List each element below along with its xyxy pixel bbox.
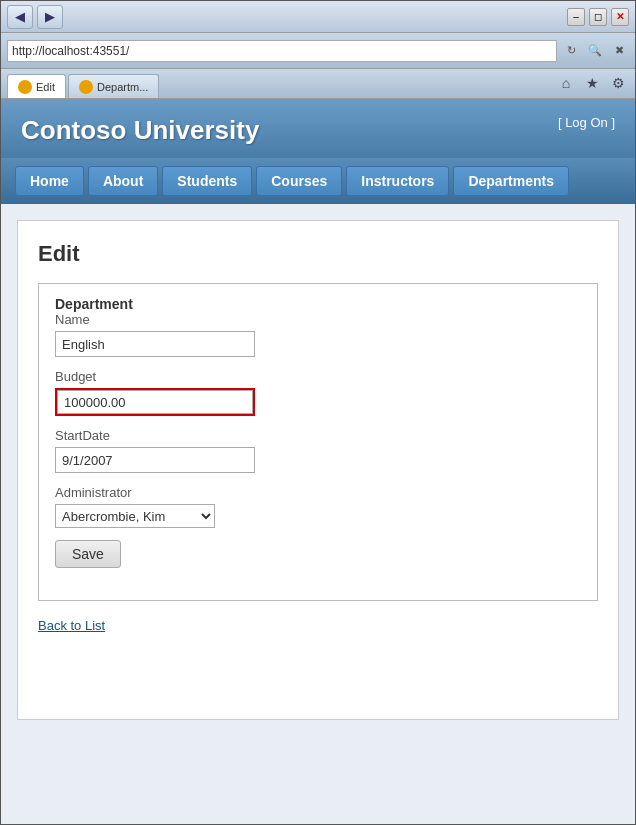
startdate-field-group: StartDate bbox=[55, 428, 581, 473]
budget-field-group: Budget bbox=[55, 369, 581, 416]
settings-icon[interactable]: ⚙ bbox=[607, 72, 629, 94]
restore-button[interactable]: ◻ bbox=[589, 8, 607, 26]
refresh-icon[interactable]: ↻ bbox=[561, 41, 581, 61]
fieldset-legend: Department bbox=[51, 296, 581, 312]
tab-icon-edit bbox=[18, 80, 32, 94]
nav-courses[interactable]: Courses bbox=[256, 166, 342, 196]
name-input[interactable] bbox=[55, 331, 255, 357]
site-header: Contoso University [ Log On ] bbox=[1, 99, 635, 158]
name-field-group: Name bbox=[55, 312, 581, 357]
address-input[interactable] bbox=[7, 40, 557, 62]
administrator-select[interactable]: Abercrombie, Kim Fakhouri, Fadi Harui, R… bbox=[55, 504, 215, 528]
back-to-list-link[interactable]: Back to List bbox=[38, 618, 105, 633]
startdate-label: StartDate bbox=[55, 428, 581, 443]
name-label: Name bbox=[55, 312, 581, 327]
budget-label: Budget bbox=[55, 369, 581, 384]
address-bar: ↻ 🔍 ✖ bbox=[1, 33, 635, 69]
nav-instructors[interactable]: Instructors bbox=[346, 166, 449, 196]
budget-input[interactable] bbox=[57, 390, 253, 414]
back-link-area: Back to List bbox=[38, 617, 598, 633]
stop-icon[interactable]: ✖ bbox=[609, 41, 629, 61]
logon-link[interactable]: [ Log On ] bbox=[558, 115, 615, 130]
nav-bar: Home About Students Courses Instructors … bbox=[1, 158, 635, 204]
administrator-label: Administrator bbox=[55, 485, 581, 500]
forward-button[interactable]: ▶ bbox=[37, 5, 63, 29]
nav-home[interactable]: Home bbox=[15, 166, 84, 196]
tab-label-departments: Departm... bbox=[97, 81, 148, 93]
minimize-button[interactable]: – bbox=[567, 8, 585, 26]
window-controls: – ◻ ✕ bbox=[567, 8, 629, 26]
tab-label-edit: Edit bbox=[36, 81, 55, 93]
site-title: Contoso University bbox=[21, 115, 259, 146]
title-bar-left: ◀ ▶ bbox=[7, 5, 63, 29]
save-button[interactable]: Save bbox=[55, 540, 121, 568]
back-button[interactable]: ◀ bbox=[7, 5, 33, 29]
save-area: Save bbox=[55, 540, 581, 584]
main-content: Edit Department Name Budget Start bbox=[1, 204, 635, 824]
nav-departments[interactable]: Departments bbox=[453, 166, 569, 196]
nav-students[interactable]: Students bbox=[162, 166, 252, 196]
title-bar: ◀ ▶ – ◻ ✕ bbox=[1, 1, 635, 33]
home-icon[interactable]: ⌂ bbox=[555, 72, 577, 94]
search-icon[interactable]: 🔍 bbox=[585, 41, 605, 61]
tab-departments[interactable]: Departm... bbox=[68, 74, 159, 98]
department-fieldset: Department Name Budget StartDate bbox=[38, 283, 598, 601]
tabs-bar: Edit Departm... ⌂ ★ ⚙ bbox=[1, 69, 635, 99]
tab-edit[interactable]: Edit bbox=[7, 74, 66, 98]
budget-highlight-box bbox=[55, 388, 255, 416]
page-title: Edit bbox=[38, 241, 598, 267]
startdate-input[interactable] bbox=[55, 447, 255, 473]
nav-about[interactable]: About bbox=[88, 166, 158, 196]
administrator-field-group: Administrator Abercrombie, Kim Fakhouri,… bbox=[55, 485, 581, 528]
toolbar-right: ⌂ ★ ⚙ bbox=[555, 72, 629, 98]
tab-icon-departments bbox=[79, 80, 93, 94]
favorites-icon[interactable]: ★ bbox=[581, 72, 603, 94]
close-button[interactable]: ✕ bbox=[611, 8, 629, 26]
browser-window: ◀ ▶ – ◻ ✕ ↻ 🔍 ✖ Edit Departm... ⌂ ★ ⚙ bbox=[0, 0, 636, 825]
content-box: Edit Department Name Budget Start bbox=[17, 220, 619, 720]
